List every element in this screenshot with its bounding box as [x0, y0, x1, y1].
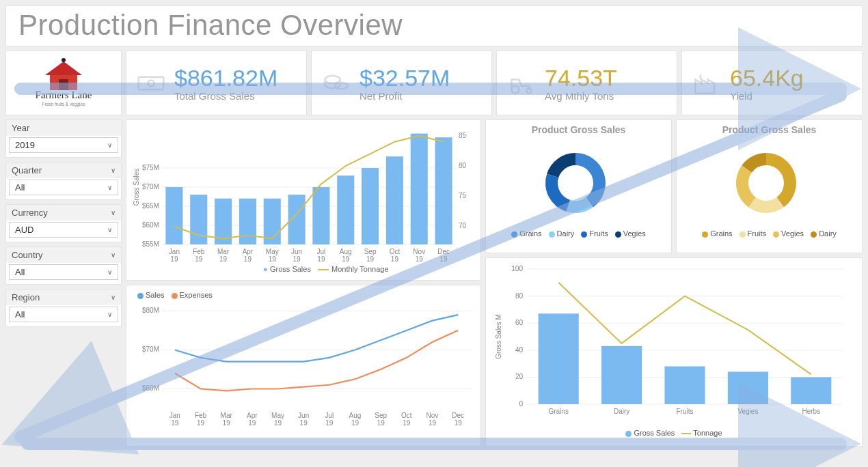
svg-text:19: 19 [325, 419, 334, 427]
svg-text:Jun: Jun [291, 248, 302, 255]
svg-text:Dec: Dec [452, 412, 464, 419]
svg-text:Aug: Aug [340, 248, 352, 255]
product-bar-chart: 020406080100Gross Sales MGrainsDairyFrui… [485, 257, 863, 447]
svg-text:80: 80 [515, 292, 524, 300]
svg-rect-25 [165, 187, 182, 244]
svg-text:19: 19 [317, 255, 325, 263]
svg-text:$65M: $65M [142, 202, 159, 210]
svg-point-5 [148, 80, 154, 86]
svg-text:60: 60 [515, 319, 524, 326]
chevron-down-icon: ∨ [107, 184, 112, 191]
svg-text:Gross Sales M: Gross Sales M [495, 314, 502, 359]
svg-text:Mar: Mar [221, 412, 233, 419]
page-title-bar: Production Finance Overview [5, 5, 863, 46]
svg-point-6 [325, 76, 340, 83]
svg-rect-34 [386, 156, 403, 244]
brand-tagline: Fresh fruits & veggies [42, 102, 86, 107]
svg-text:Sep: Sep [375, 412, 387, 419]
svg-text:19: 19 [244, 255, 252, 263]
filter-year: Year 2019 ∨ [5, 119, 122, 158]
svg-text:19: 19 [170, 255, 178, 263]
svg-rect-35 [411, 134, 428, 244]
svg-text:Feb: Feb [193, 248, 205, 255]
quarter-select[interactable]: All ∨ [9, 180, 118, 195]
page-title: Production Finance Overview [18, 9, 850, 42]
svg-point-3 [62, 58, 66, 62]
svg-text:$60M: $60M [142, 221, 159, 229]
chevron-down-icon: ∨ [107, 141, 112, 149]
svg-text:19: 19 [377, 419, 385, 427]
chevron-down-icon: ∨ [111, 209, 116, 216]
svg-text:Feb: Feb [195, 412, 207, 419]
svg-text:Fruits: Fruits [677, 408, 694, 415]
svg-text:May: May [271, 412, 284, 419]
svg-point-7 [335, 83, 347, 89]
filter-country: Country∨ All ∨ [5, 246, 122, 285]
kpi-net-profit: $32.57M Net Profit [311, 51, 492, 115]
svg-rect-33 [362, 168, 379, 244]
sales-expenses-chart: Sales Expenses $60M$70M$80MJan19Feb19Mar… [126, 285, 481, 447]
svg-text:100: 100 [511, 265, 523, 272]
svg-text:75: 75 [459, 192, 467, 199]
filter-region: Region∨ All ∨ [5, 289, 122, 327]
svg-text:Nov: Nov [426, 412, 439, 419]
legend-item: Vegies [773, 229, 804, 238]
sidebar: Farmers Lane Fresh fruits & veggies Year… [5, 51, 122, 447]
svg-text:Gross Sales: Gross Sales [270, 265, 311, 273]
currency-select[interactable]: AUD ∨ [9, 222, 118, 238]
svg-text:Herbs: Herbs [802, 408, 820, 415]
factory-icon [692, 68, 722, 98]
region-select[interactable]: All ∨ [9, 307, 118, 322]
country-select[interactable]: All ∨ [9, 264, 118, 280]
svg-text:19: 19 [248, 419, 256, 427]
svg-text:Jul: Jul [317, 248, 326, 255]
kpi-gross-sales: $861.82M Total Gross Sales [126, 51, 307, 115]
kpi-yield: 65.4Kg Yield [681, 51, 863, 115]
donut-gold-chart: Product Gross Sales GrainsFruitsVegiesDa… [676, 119, 863, 253]
svg-text:Nov: Nov [413, 248, 425, 255]
svg-text:19: 19 [293, 255, 301, 263]
svg-text:Jul: Jul [325, 412, 334, 419]
year-select[interactable]: 2019 ∨ [9, 137, 118, 153]
svg-text:19: 19 [429, 419, 437, 427]
svg-text:Monthly Tonnage: Monthly Tonnage [331, 265, 389, 273]
filter-currency: Currency∨ AUD ∨ [5, 204, 122, 242]
svg-text:19: 19 [366, 255, 375, 263]
svg-text:19: 19 [342, 255, 350, 263]
svg-text:19: 19 [416, 255, 424, 263]
svg-text:Oct: Oct [390, 248, 401, 255]
svg-text:$70M: $70M [142, 183, 159, 190]
svg-text:19: 19 [351, 419, 360, 427]
legend-item: Fruits [740, 229, 767, 238]
legend-item: Fruits [581, 229, 608, 238]
money-icon [136, 68, 166, 98]
svg-text:Aug: Aug [349, 412, 362, 419]
chevron-down-icon: ∨ [107, 268, 112, 276]
svg-text:Jun: Jun [298, 412, 309, 419]
svg-text:19: 19 [269, 255, 277, 263]
svg-text:$70M: $70M [142, 345, 159, 353]
legend-item: Dairy [549, 229, 575, 238]
svg-text:Apr: Apr [243, 248, 254, 255]
svg-text:Dairy: Dairy [614, 408, 629, 415]
svg-text:80: 80 [459, 162, 467, 169]
svg-rect-110 [664, 367, 705, 404]
svg-text:19: 19 [171, 419, 179, 427]
svg-rect-4 [139, 76, 164, 89]
svg-text:$60M: $60M [142, 384, 159, 392]
svg-text:Jan: Jan [169, 248, 180, 255]
svg-rect-108 [539, 313, 579, 404]
svg-text:19: 19 [391, 255, 399, 263]
legend-item: Grains [511, 229, 541, 238]
svg-text:Oct: Oct [401, 412, 412, 419]
tractor-icon [506, 68, 537, 98]
chevron-down-icon: ∨ [107, 311, 112, 318]
svg-text:19: 19 [300, 419, 308, 427]
svg-text:85: 85 [459, 132, 467, 139]
chevron-down-icon: ∨ [107, 226, 112, 234]
svg-text:19: 19 [197, 419, 205, 427]
filter-quarter: Quarter∨ All ∨ [5, 162, 122, 200]
svg-rect-2 [59, 79, 68, 90]
svg-text:19: 19 [274, 419, 282, 427]
brand-logo: Farmers Lane Fresh fruits & veggies [5, 51, 122, 115]
